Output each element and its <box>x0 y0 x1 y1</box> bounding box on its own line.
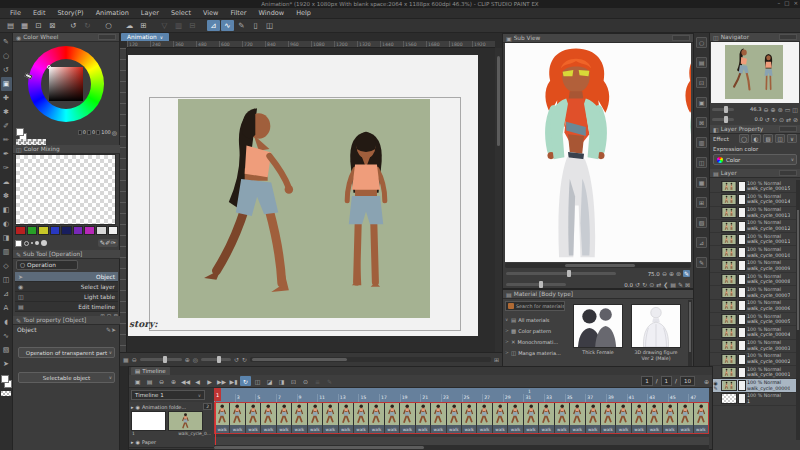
cel-name[interactable]: walk <box>246 425 260 433</box>
sub-tool-header[interactable]: ✎ Sub Tool [Operation] <box>13 250 120 259</box>
cel-name[interactable]: walk <box>663 425 677 433</box>
timeline-button[interactable]: ◪ <box>264 376 275 386</box>
layer-row[interactable]: 100 % Normal walk_cycle_00005 <box>710 313 796 326</box>
reset-rotation-icon[interactable]: ⊙ <box>779 116 784 123</box>
palette-dock-icon[interactable]: ▧ <box>696 217 707 228</box>
cel-name[interactable]: walk <box>678 425 692 433</box>
canvas-vertical-scrollbar[interactable] <box>495 48 502 352</box>
extract-lines-icon[interactable]: ▧ <box>763 134 773 143</box>
tool-property-header[interactable]: ✎ Tool property [Object] <box>13 316 120 325</box>
timeline-cel-thumb[interactable] <box>524 403 538 425</box>
zoom-slider[interactable] <box>140 358 182 361</box>
cel-name[interactable]: walk <box>524 425 538 433</box>
toolbar-button[interactable]: ▯ <box>249 20 262 31</box>
layer-row[interactable]: ◉ ✎ 100 % Normal <box>710 379 796 392</box>
timeline-cel-thumb[interactable] <box>616 403 630 425</box>
tool-icon[interactable]: ▥ <box>1 245 12 259</box>
palette-dock-icon[interactable]: ○ <box>696 37 707 48</box>
toolbar-button[interactable] <box>151 20 157 31</box>
timeline-cel-thumb[interactable] <box>678 403 692 425</box>
hidden-tab-stub[interactable] <box>779 170 797 176</box>
timeline-button[interactable]: ▤ <box>144 376 155 386</box>
cel-name[interactable]: walk <box>632 425 646 433</box>
timeline-button[interactable]: ✎ <box>324 376 335 386</box>
cel-name[interactable]: walk <box>369 425 383 433</box>
toolbar-button[interactable]: ↻ <box>81 20 94 31</box>
color-swatch[interactable] <box>38 226 49 235</box>
zoom-out-icon[interactable]: ⊖ <box>764 106 769 113</box>
cel-name[interactable]: walk <box>539 425 553 433</box>
timeline-cel-thumb[interactable] <box>694 403 708 425</box>
timeline-button[interactable]: ▶▶ <box>216 376 227 386</box>
brush-size-outline[interactable] <box>24 241 29 246</box>
hidden-tab-stub[interactable] <box>779 34 797 40</box>
layer-row[interactable]: 100 % Normal walk_cycle_00015 <box>710 180 796 193</box>
layer-row[interactable]: 100 % Normal walk_cycle_00008 <box>710 273 796 286</box>
palette-dock-icon[interactable]: ▤ <box>696 57 707 68</box>
tool-icon[interactable]: ◇ <box>1 259 12 273</box>
palette-dock-icon[interactable]: ⊞ <box>696 197 707 208</box>
tool-icon[interactable]: ➤ <box>1 357 12 371</box>
brush-size-small[interactable] <box>31 242 33 244</box>
timeline-cel-thumb[interactable] <box>647 403 661 425</box>
material-card[interactable]: 3D drawing figure Ver 2 (Male) <box>631 304 681 362</box>
cel-name[interactable]: walk <box>462 425 476 433</box>
timeline-cel-thumb[interactable] <box>261 403 275 425</box>
cel-name[interactable]: walk <box>493 425 507 433</box>
brush-size-medium[interactable] <box>35 241 39 245</box>
tool-icon[interactable]: ◖ <box>1 315 12 329</box>
color-swatch[interactable] <box>84 226 95 235</box>
cel-name[interactable]: walk <box>339 425 353 433</box>
material-tree-item[interactable]: > ▩ Color pattern <box>505 325 565 336</box>
color-swatch[interactable] <box>50 226 61 235</box>
layer-row[interactable]: 100 % Normal walk_cycle_00002 <box>710 353 796 366</box>
color-swatch[interactable] <box>27 226 38 235</box>
material-tree-item[interactable]: > ◫ Manga materia... <box>505 347 565 358</box>
timeline-cel-thumb[interactable] <box>292 403 306 425</box>
toolbar-button[interactable]: ▽ <box>158 20 171 31</box>
timeline-cel-thumb[interactable] <box>447 403 461 425</box>
timeline-cel-thumb[interactable] <box>555 403 569 425</box>
cel-strip[interactable] <box>214 402 709 425</box>
subtool-item[interactable]: ◉ Select layer <box>15 282 118 292</box>
timeline-cel-thumb[interactable] <box>369 403 383 425</box>
timeline-cel-thumb[interactable] <box>215 403 229 425</box>
toolbar-button[interactable]: ◫ <box>263 20 276 31</box>
cel-name[interactable]: walk <box>570 425 584 433</box>
frame-ruler[interactable]: 1357911131517192123252729313335373941434… <box>214 388 709 402</box>
tree-arrow-icon[interactable]: ∨ <box>505 317 509 322</box>
eye-icon[interactable]: ◉ <box>136 439 140 445</box>
cel-name[interactable]: walk <box>385 425 399 433</box>
layer-panel-header[interactable]: ▤ Layer <box>710 169 800 178</box>
cel-name[interactable]: walk <box>586 425 600 433</box>
palette-dock-icon[interactable]: ⊡ <box>696 77 707 88</box>
zoom-in-icon[interactable]: ⊕ <box>669 270 674 277</box>
timeline-button[interactable]: ◀◀ <box>180 376 191 386</box>
transparent-color-icon[interactable] <box>1 391 11 396</box>
cel-name[interactable]: walk <box>308 425 322 433</box>
menu-item[interactable]: Edit <box>27 9 52 17</box>
expression-color-dropdown[interactable]: Color ∨ <box>713 154 797 165</box>
reset-view-icon[interactable]: ⊘ <box>793 116 798 123</box>
timeline-cel-thumb[interactable] <box>339 403 353 425</box>
timeline-button[interactable]: ⊕ <box>168 376 179 386</box>
layer-scrollbar[interactable] <box>796 180 800 440</box>
eyedropper-icon[interactable]: ✎ <box>678 281 683 288</box>
toolbar-button[interactable]: ○ <box>102 20 115 31</box>
toolbar-button[interactable]: ⊞ <box>137 20 150 31</box>
toolbar-button[interactable]: ✎ <box>235 20 248 31</box>
tree-arrow-icon[interactable]: > <box>505 328 509 333</box>
navigator-zoom-slider[interactable] <box>712 108 734 111</box>
toolbar-button[interactable]: ⊟ <box>186 20 199 31</box>
navigator-rotate-slider[interactable] <box>712 118 734 121</box>
timeline-cel-thumb[interactable] <box>385 403 399 425</box>
toolbar-button[interactable]: ⊿ <box>207 20 220 31</box>
cel-name[interactable]: walk <box>616 425 630 433</box>
layer-row[interactable]: 100 % Normal walk_cycle_00013 <box>710 207 796 220</box>
menu-item[interactable]: Window <box>253 9 291 17</box>
toolbar-button[interactable] <box>116 20 122 31</box>
menu-item[interactable]: Help <box>290 9 317 17</box>
timeline-scrollbar[interactable] <box>214 445 709 450</box>
tool-icon[interactable]: ✏ <box>1 133 12 147</box>
timeline-cel-thumb[interactable] <box>508 403 522 425</box>
